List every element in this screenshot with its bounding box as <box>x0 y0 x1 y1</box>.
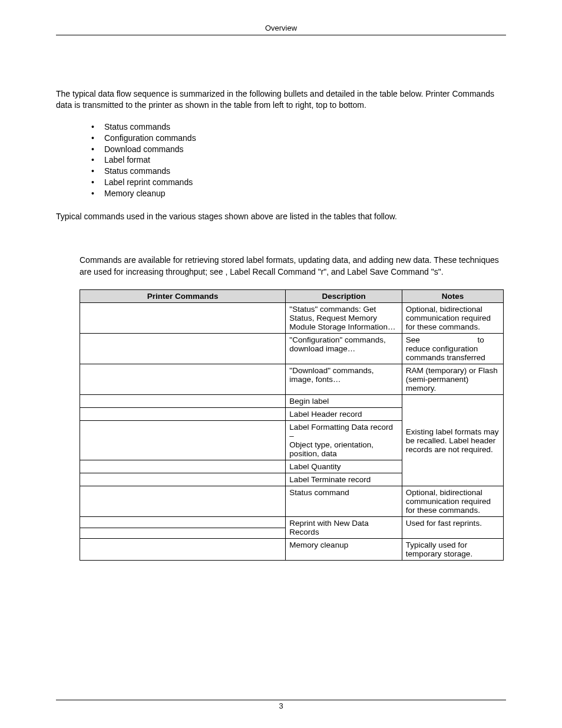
cell-desc: "Download" commands, image, fonts… <box>286 364 402 395</box>
cell-pc <box>80 473 286 486</box>
intro-paragraph: The typical data flow sequence is summar… <box>56 88 506 111</box>
cell-notes-label-group: Existing label formats may be recalled. … <box>402 395 503 486</box>
label-notes-text: Existing label formats may be recalled. … <box>406 427 499 454</box>
cell-pc <box>80 460 286 473</box>
cell-pc <box>80 421 286 460</box>
table-header-row: Printer Commands Description Notes <box>80 290 504 303</box>
cell-desc: Reprint with New Data Records <box>286 517 402 539</box>
cell-pc <box>80 486 286 517</box>
list-item: Status commands <box>91 166 506 177</box>
list-item: Memory cleanup <box>91 188 506 199</box>
list-item: Configuration commands <box>91 133 506 144</box>
cell-pc <box>80 334 286 364</box>
table-row: "Status" commands: Get Status, Request M… <box>80 303 504 334</box>
cell-pc <box>80 539 286 561</box>
cell-pc <box>80 395 286 408</box>
cell-pc <box>80 408 286 421</box>
notes-pre: See <box>406 335 420 344</box>
th-notes: Notes <box>402 290 503 303</box>
table-row: Memory cleanup Typically used for tempor… <box>80 539 504 561</box>
cell-desc: "Configuration" commands, download image… <box>286 334 402 364</box>
cell-desc: "Status" commands: Get Status, Request M… <box>286 303 402 334</box>
post-list-paragraph: Typical commands used in the various sta… <box>56 211 506 222</box>
table-row: Reprint with New Data Records Used for f… <box>80 517 504 528</box>
cell-desc: Begin label <box>286 395 402 408</box>
header-rule <box>56 35 506 35</box>
table-row: Begin label Existing label formats may b… <box>80 395 504 408</box>
footer-rule <box>56 700 506 700</box>
cell-notes: Optional, bidirectional communication re… <box>402 486 503 517</box>
cell-notes: Used for fast reprints. <box>402 517 503 539</box>
table-row: Status command Optional, bidirectional c… <box>80 486 504 517</box>
list-item: Download commands <box>91 144 506 155</box>
cell-desc: Status command <box>286 486 402 517</box>
list-item: Label format <box>91 154 506 166</box>
commands-table: Printer Commands Description Notes "Stat… <box>80 289 504 561</box>
table-row: "Configuration" commands, download image… <box>80 334 504 364</box>
th-printer-commands: Printer Commands <box>80 290 286 303</box>
cell-pc <box>80 364 286 395</box>
cell-pc <box>80 303 286 334</box>
cell-notes: Typically used for temporary storage. <box>402 539 503 561</box>
cell-desc: Memory cleanup <box>286 539 402 561</box>
cell-notes: RAM (temporary) or Flash (semi-permanent… <box>402 364 503 395</box>
cell-desc: Label Formatting Data record – Object ty… <box>286 421 402 460</box>
cell-pc <box>80 517 286 528</box>
header-title: Overview <box>265 24 297 32</box>
cell-pc <box>80 528 286 539</box>
page-number: 3 <box>56 701 506 710</box>
notes-post: to <box>477 335 484 344</box>
cell-notes: See to reduce configuration commands tra… <box>402 334 503 364</box>
cell-desc: Label Header record <box>286 408 402 421</box>
notes-rest: reduce configuration commands transferre… <box>406 344 500 362</box>
bullet-list: Status commands Configuration commands D… <box>56 121 506 199</box>
page-footer: 3 <box>56 700 506 710</box>
page-header: Overview <box>56 24 506 35</box>
cell-notes: Optional, bidirectional communication re… <box>402 303 503 334</box>
cell-desc: Label Quantity <box>286 460 402 473</box>
table-row: "Download" commands, image, fonts… RAM (… <box>80 364 504 395</box>
cell-desc: Label Terminate record <box>286 473 402 486</box>
document-page: Overview The typical data flow sequence … <box>0 0 562 728</box>
note-paragraph: Commands are available for retrieving st… <box>80 255 506 278</box>
th-description: Description <box>286 290 402 303</box>
list-item: Label reprint commands <box>91 177 506 188</box>
list-item: Status commands <box>91 121 506 133</box>
